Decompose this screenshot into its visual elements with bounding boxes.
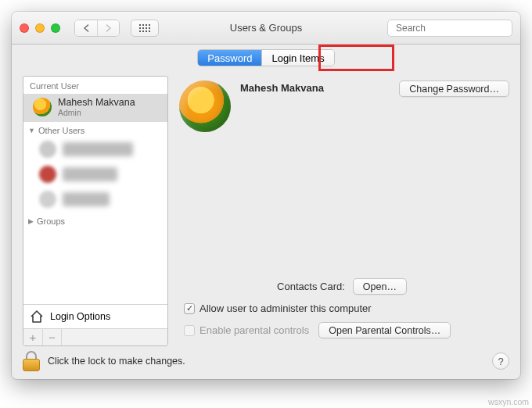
back-button[interactable] — [75, 20, 97, 36]
annotation-highlight — [318, 45, 394, 71]
open-parental-controls-button[interactable]: Open Parental Controls… — [318, 322, 451, 338]
svg-rect-6 — [146, 27, 147, 29]
triangle-down-icon: ▼ — [28, 127, 35, 134]
svg-rect-4 — [139, 27, 141, 29]
list-item[interactable] — [39, 141, 161, 158]
window-body: Password Login Items Current User Mahesh… — [12, 45, 520, 379]
lock-footer: Click the lock to make changes. ? — [23, 351, 509, 371]
svg-rect-0 — [139, 24, 141, 26]
profile-avatar[interactable] — [179, 81, 231, 132]
search-field[interactable] — [387, 20, 512, 37]
avatar-icon — [33, 98, 52, 116]
remove-user-button[interactable]: − — [42, 329, 61, 345]
preferences-window: Users & Groups Password Login Items Curr… — [12, 12, 520, 379]
parental-checkbox-label: Enable parental controls — [200, 324, 309, 336]
list-item[interactable] — [39, 191, 161, 208]
tabs: Password Login Items — [12, 49, 520, 66]
groups-group[interactable]: ▶ Groups — [23, 213, 167, 230]
svg-rect-5 — [142, 27, 144, 29]
redacted-text — [63, 192, 110, 206]
users-sidebar: Current User Mahesh Makvana Admin ▼ Othe… — [23, 76, 168, 346]
search-input[interactable] — [396, 23, 513, 34]
avatar-icon — [39, 141, 56, 158]
forward-button[interactable] — [97, 20, 119, 36]
zoom-icon[interactable] — [51, 23, 60, 33]
titlebar: Users & Groups — [12, 12, 520, 45]
svg-rect-7 — [149, 27, 150, 29]
admin-checkbox-label: Allow user to administer this computer — [200, 302, 372, 314]
watermark: wsxyn.com — [488, 397, 529, 406]
svg-rect-1 — [142, 24, 144, 26]
nav-back-forward — [74, 20, 120, 37]
add-remove-bar: + − — [23, 328, 167, 345]
redacted-text — [63, 167, 117, 181]
other-users-group[interactable]: ▼ Other Users — [23, 122, 167, 139]
list-item[interactable] — [39, 166, 161, 183]
other-users-label: Other Users — [38, 126, 84, 135]
triangle-right-icon: ▶ — [28, 217, 34, 225]
avatar-icon — [39, 166, 56, 183]
current-user-header: Current User — [23, 77, 167, 94]
svg-rect-3 — [149, 24, 150, 26]
help-button[interactable]: ? — [492, 353, 509, 370]
login-options-label: Login Options — [50, 311, 110, 322]
svg-rect-11 — [149, 30, 150, 32]
svg-rect-9 — [142, 30, 144, 32]
parental-checkbox[interactable] — [184, 325, 195, 336]
tab-password[interactable]: Password — [198, 50, 261, 66]
svg-rect-8 — [139, 30, 141, 32]
sidebar-user-name: Mahesh Makvana — [58, 97, 135, 108]
avatar-icon — [39, 191, 56, 208]
change-password-button[interactable]: Change Password… — [399, 81, 509, 97]
lock-icon[interactable] — [23, 351, 40, 371]
login-options[interactable]: Login Options — [23, 304, 167, 328]
sidebar-user-role: Admin — [58, 108, 135, 117]
window-controls — [20, 23, 60, 33]
house-icon — [30, 310, 44, 323]
close-icon[interactable] — [20, 23, 29, 33]
add-user-button[interactable]: + — [23, 329, 42, 345]
redacted-text — [63, 142, 133, 156]
contacts-card-label: Contacts Card: — [277, 281, 345, 292]
open-contacts-button[interactable]: Open… — [353, 278, 407, 295]
minimize-icon[interactable] — [35, 23, 45, 33]
admin-checkbox[interactable]: ✓ — [184, 303, 195, 314]
groups-label: Groups — [37, 217, 65, 226]
detail-pane: Mahesh Makvana Change Password… Contacts… — [179, 76, 509, 346]
svg-rect-10 — [146, 30, 147, 32]
other-users-list — [23, 139, 167, 213]
lock-hint-text: Click the lock to make changes. — [48, 356, 185, 367]
svg-rect-2 — [146, 24, 147, 26]
sidebar-current-user[interactable]: Mahesh Makvana Admin — [23, 94, 167, 122]
profile-display-name: Mahesh Makvana — [240, 82, 390, 94]
show-all-button[interactable] — [131, 20, 159, 37]
